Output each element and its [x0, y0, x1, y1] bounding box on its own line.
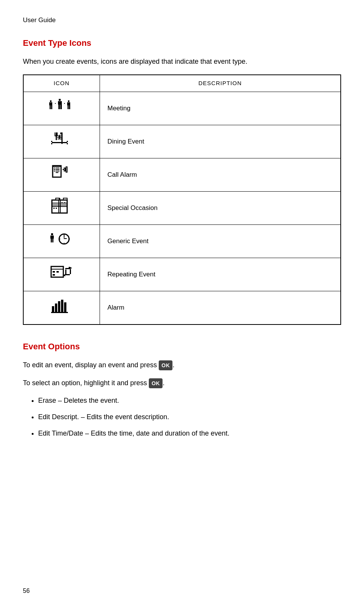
desc-meeting: Meeting: [100, 92, 341, 125]
options-list: Erase – Deletes the event. Edit Descript…: [23, 395, 341, 439]
svg-rect-16: [57, 132, 58, 136]
svg-rect-13: [64, 103, 65, 104]
svg-rect-9: [67, 102, 70, 105]
list-item: Erase – Deletes the event.: [38, 395, 341, 406]
col-icon-header: ICON: [23, 75, 100, 92]
svg-rect-6: [58, 105, 60, 109]
svg-rect-36: [54, 171, 55, 171]
svg-rect-20: [52, 142, 67, 143]
icon-cell-dining: [23, 125, 100, 158]
svg-rect-34: [54, 168, 55, 168]
table-row: Call Alarm: [23, 158, 341, 191]
svg-rect-63: [64, 234, 64, 235]
user-guide-label: User Guide: [23, 15, 341, 25]
svg-rect-84: [64, 302, 66, 312]
svg-rect-7: [60, 105, 62, 109]
svg-rect-70: [56, 271, 59, 273]
svg-rect-28: [58, 136, 59, 136]
svg-rect-5: [58, 101, 62, 105]
call-alarm-icon: [48, 177, 75, 184]
icon-cell-generic-event: [23, 224, 100, 258]
svg-rect-50: [59, 198, 60, 200]
edit-event-para: To edit an event, display an event and p…: [23, 360, 341, 371]
svg-rect-30: [58, 139, 59, 139]
table-row: Alarm: [23, 291, 341, 324]
ok-button-1: OK: [159, 360, 172, 370]
table-row: Generic Event: [23, 224, 341, 258]
section1-intro: When you create events, icons are displa…: [23, 56, 341, 67]
svg-rect-24: [67, 143, 68, 144]
desc-special-occasion: Special Occasion: [100, 191, 341, 224]
repeating-event-icon: [48, 276, 75, 284]
svg-rect-43: [56, 172, 58, 173]
svg-rect-86: [53, 305, 53, 306]
svg-rect-82: [58, 301, 60, 312]
svg-rect-4: [59, 99, 61, 101]
svg-rect-2: [50, 105, 51, 109]
svg-rect-39: [66, 167, 67, 172]
svg-rect-49: [63, 198, 67, 200]
section1-title: Event Type Icons: [23, 37, 341, 49]
svg-rect-22: [67, 141, 68, 142]
svg-rect-11: [69, 105, 70, 109]
svg-rect-87: [56, 302, 56, 303]
svg-rect-54: [64, 202, 65, 203]
special-occasion-icon: [48, 210, 75, 218]
icon-cell-call-alarm: [23, 158, 100, 191]
table-row: Dining Event: [23, 125, 341, 158]
svg-rect-71: [53, 274, 55, 276]
svg-rect-38: [64, 168, 65, 171]
table-row: Repeating Event: [23, 258, 341, 291]
ok-button-2: OK: [149, 378, 163, 388]
desc-dining: Dining Event: [100, 125, 341, 158]
icon-cell-alarm: [23, 291, 100, 324]
dining-icon: [48, 144, 75, 151]
page-number: 56: [23, 586, 30, 596]
event-options-section: Event Options To edit an event, display …: [23, 340, 341, 439]
desc-alarm: Alarm: [100, 291, 341, 324]
desc-repeating-event: Repeating Event: [100, 258, 341, 291]
svg-rect-62: [64, 238, 64, 239]
desc-generic-event: Generic Event: [100, 224, 341, 258]
svg-rect-31: [60, 139, 61, 139]
svg-marker-75: [70, 267, 72, 269]
meeting-icon: [48, 110, 75, 118]
desc-call-alarm: Call Alarm: [100, 158, 341, 191]
svg-rect-66: [69, 239, 70, 239]
svg-rect-37: [63, 169, 64, 170]
svg-rect-80: [52, 306, 54, 312]
svg-rect-79: [70, 269, 71, 274]
section2-title: Event Options: [23, 340, 341, 353]
list-item: Edit Time/Date – Edits the time, date an…: [38, 428, 341, 439]
svg-rect-85: [51, 312, 68, 313]
svg-rect-1: [49, 102, 52, 105]
svg-rect-41: [56, 169, 60, 170]
svg-rect-29: [60, 136, 61, 136]
table-row: Special Occasion: [23, 191, 341, 224]
generic-event-icon: [48, 243, 75, 251]
svg-rect-33: [53, 166, 61, 167]
svg-rect-23: [51, 143, 52, 144]
svg-rect-19: [60, 132, 61, 134]
svg-rect-21: [51, 141, 52, 142]
svg-rect-64: [64, 243, 64, 244]
icon-cell-special-occasion: [23, 191, 100, 224]
icon-cell-repeating-event: [23, 258, 100, 291]
svg-rect-27: [59, 135, 60, 139]
svg-rect-51: [53, 208, 55, 209]
icon-table: ICON DESCRIPTION: [23, 74, 341, 325]
svg-rect-55: [51, 233, 53, 235]
svg-rect-78: [65, 270, 66, 275]
svg-rect-3: [51, 105, 52, 109]
table-row: Meeting: [23, 92, 341, 125]
svg-rect-8: [68, 100, 69, 102]
svg-rect-69: [53, 271, 55, 273]
svg-rect-88: [59, 300, 60, 301]
svg-rect-60: [64, 235, 64, 238]
svg-rect-56: [50, 236, 54, 239]
svg-rect-12: [55, 103, 56, 104]
alarm-icon: [48, 310, 75, 317]
svg-rect-81: [55, 304, 57, 312]
svg-rect-65: [59, 239, 60, 239]
select-option-para: To select an option, highlight it and pr…: [23, 378, 341, 389]
